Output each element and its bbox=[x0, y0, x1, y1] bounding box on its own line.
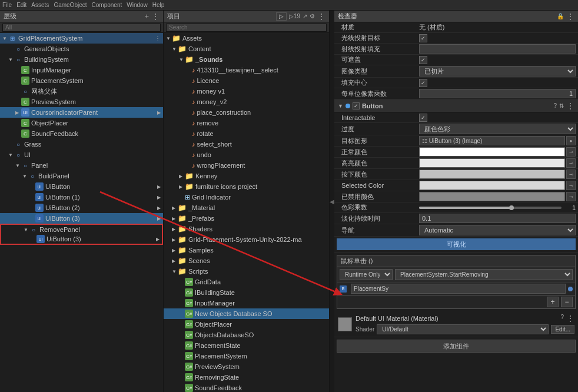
project-menu-icon[interactable]: ⋮ bbox=[317, 12, 325, 21]
project-item-kenney[interactable]: ▶ 📁 Kenney bbox=[164, 171, 329, 181]
disabled-color-picker[interactable]: ⊸ bbox=[566, 192, 576, 201]
project-item-previewsystem[interactable]: C# PreviewSystem bbox=[164, 361, 329, 372]
project-item-removingstate[interactable]: C# RemovingState bbox=[164, 372, 329, 383]
tree-item-cursor-indicator[interactable]: ▶ UI CoursorindicatorParent ▶ bbox=[0, 107, 163, 118]
project-item-inputmgr[interactable]: C# InputManager bbox=[164, 298, 329, 308]
project-item-placementsystem[interactable]: C# PlacementSystem bbox=[164, 351, 329, 361]
tree-item-object-placer[interactable]: C ObjectPlacer bbox=[0, 118, 163, 128]
project-icon2[interactable]: ⚙ bbox=[310, 13, 315, 19]
tree-item-placement-system[interactable]: C PlacementSystem bbox=[0, 75, 163, 86]
button-section-help-icon[interactable]: ? bbox=[553, 102, 557, 109]
material-help-icon[interactable]: ? bbox=[560, 314, 564, 323]
project-item-scenes[interactable]: ▶ 📁 Scenes bbox=[164, 255, 329, 266]
tree-item-ui-btn-2[interactable]: UI UiButton (2) ▶ bbox=[0, 202, 163, 213]
add-component-button[interactable]: 添加组件 bbox=[337, 340, 576, 353]
project-item-placementstate[interactable]: C# PlacementState bbox=[164, 340, 329, 351]
highlight-color-field[interactable] bbox=[419, 158, 565, 168]
tree-item-input-manager[interactable]: C InputManager bbox=[0, 65, 163, 75]
project-item-remove[interactable]: ♪ remove bbox=[164, 118, 329, 128]
project-item-grid-indicator[interactable]: ⊞ Grid Indicator bbox=[164, 192, 329, 202]
project-item-place-construction[interactable]: ♪ place_construction bbox=[164, 107, 329, 118]
tree-item-grid-body[interactable]: ○ 网格父体 bbox=[0, 86, 163, 97]
inspector-image-type-dropdown[interactable]: 已切片 bbox=[419, 66, 576, 77]
inspector-lock-icon[interactable]: 🔒 bbox=[557, 13, 564, 19]
inspector-menu-icon[interactable]: ⋮ bbox=[566, 12, 574, 21]
button-section-menu-icon[interactable]: ⋮ bbox=[566, 101, 574, 111]
material-shader-label: Shader bbox=[356, 326, 374, 333]
project-item-furniture[interactable]: ▶ 📁 furniture icons project bbox=[164, 181, 329, 192]
project-item-grid-system[interactable]: ▶ 📁 Grid-Placement-System-Unity-2022-ma bbox=[164, 234, 329, 245]
project-item-sounds[interactable]: ▼ 📁 _Sounds bbox=[164, 54, 329, 65]
project-item-objectplacer[interactable]: C# ObjectPlacer bbox=[164, 319, 329, 330]
button-section-header[interactable]: ▼ ✓ Button ? ⇅ ⋮ bbox=[334, 99, 578, 112]
project-item-rotate[interactable]: ♪ rotate bbox=[164, 128, 329, 139]
tree-item-panel[interactable]: ▼ ○ Panel bbox=[0, 160, 163, 171]
highlight-color-picker[interactable]: ⊸ bbox=[566, 158, 576, 168]
inspector-navigation-dropdown[interactable]: Automatic bbox=[419, 225, 576, 235]
project-item-undo[interactable]: ♪ undo bbox=[164, 150, 329, 160]
tree-item-remove-uibtn[interactable]: UI UiButton (3) ▶ bbox=[0, 234, 163, 245]
material-edit-button[interactable]: Edit... bbox=[551, 325, 574, 334]
button-section-enable-checkbox[interactable]: ✓ bbox=[353, 102, 360, 109]
material-shader-dropdown[interactable]: UI/Default bbox=[377, 324, 549, 334]
selected-color-field[interactable] bbox=[419, 181, 565, 190]
inspector-ppu-input[interactable] bbox=[419, 89, 576, 98]
tree-item-grid-placement[interactable]: ▼ ⊞ GridPlacementSystem ⋮ bbox=[0, 33, 163, 44]
project-item-money-v1[interactable]: ♪ money v1 bbox=[164, 86, 329, 97]
project-item-wrong-placement[interactable]: ♪ wrongPlacement bbox=[164, 160, 329, 171]
project-item-objdb[interactable]: C# ObjectsDatabaseSO bbox=[164, 330, 329, 340]
tree-item-remove-panel[interactable]: ▼ ○ RemovePanel bbox=[0, 224, 163, 234]
pressed-color-picker[interactable]: ⊸ bbox=[566, 170, 576, 179]
project-icon1[interactable]: ↗ bbox=[303, 13, 307, 19]
project-item-prefabs[interactable]: ▶ 📁 _Prefabs bbox=[164, 213, 329, 224]
pressed-color-field[interactable] bbox=[419, 170, 565, 179]
project-item-scripts[interactable]: ▼ 📁 Scripts bbox=[164, 266, 329, 277]
button-section-options-icon[interactable]: ⇅ bbox=[559, 102, 564, 109]
inspector-fade-duration-input[interactable] bbox=[419, 214, 576, 223]
project-item-ibuilding[interactable]: C# IBuildingState bbox=[164, 287, 329, 298]
inspector-maskable-checkbox[interactable]: ✓ bbox=[419, 56, 427, 64]
project-item-select-short[interactable]: ♪ select_short bbox=[164, 139, 329, 150]
inspector-interactable-checkbox[interactable]: ✓ bbox=[419, 114, 427, 122]
tree-item-ui-btn-1[interactable]: UI UiButton (1) ▶ bbox=[0, 192, 163, 202]
project-item-material[interactable]: ▶ 📁 _Material bbox=[164, 202, 329, 213]
normal-color-field[interactable] bbox=[419, 147, 565, 157]
tree-item-sound-feedback[interactable]: C SoundFeedback bbox=[0, 128, 163, 139]
onclick-add-button[interactable]: + bbox=[547, 297, 559, 307]
onclick-runtime-dropdown[interactable]: Runtime Only bbox=[340, 269, 393, 280]
tree-item-building-system[interactable]: ▼ ○ BuildingSystem bbox=[0, 54, 163, 65]
onclick-remove-button[interactable]: − bbox=[561, 297, 573, 307]
project-item-sound1[interactable]: ♪ 413310__tieswijnen__select bbox=[164, 65, 329, 75]
project-item-new-objects-db[interactable]: C# New Objects Database SO bbox=[164, 308, 329, 319]
project-item-soundfeedback[interactable]: C# SoundFeedback bbox=[164, 383, 329, 392]
project-item-content[interactable]: ▼ 📁 Content bbox=[164, 44, 329, 54]
tree-item-ui-btn-3[interactable]: UI UiButton (3) ▶ bbox=[0, 213, 163, 224]
project-item-licence[interactable]: ♪ Licence bbox=[164, 75, 329, 86]
project-item-money-v2[interactable]: ♪ money_v2 bbox=[164, 97, 329, 107]
onclick-method-dropdown[interactable]: PlacementSystem.StartRemoving bbox=[395, 269, 573, 280]
material-menu-icon[interactable]: ⋮ bbox=[566, 314, 574, 323]
tree-item-general-objects[interactable]: ○ GeneralObjects bbox=[0, 44, 163, 54]
disabled-color-field[interactable] bbox=[419, 192, 565, 201]
visualize-button[interactable]: 可视化 bbox=[337, 238, 576, 250]
project-item-shaders[interactable]: ▶ 📁 Shaders bbox=[164, 224, 329, 234]
inspector-target-graphic-picker[interactable]: ● bbox=[566, 136, 576, 145]
project-label: Shaders bbox=[188, 225, 212, 232]
tree-item-build-panel[interactable]: ▼ ○ BuildPanel bbox=[0, 171, 163, 181]
project-item-assets[interactable]: ▼ 📁 Assets bbox=[164, 33, 329, 44]
inspector-raycast-checkbox[interactable]: ✓ bbox=[419, 34, 427, 42]
project-search-input[interactable] bbox=[166, 24, 327, 32]
project-item-grid-data[interactable]: C# GridData bbox=[164, 277, 329, 287]
tree-item-ui-btn[interactable]: UI UiButton ▶ bbox=[0, 181, 163, 192]
normal-color-picker[interactable]: ⊸ bbox=[566, 147, 576, 157]
tree-item-ui[interactable]: ▼ ○ UI bbox=[0, 150, 163, 160]
hierarchy-search-input[interactable] bbox=[2, 24, 161, 32]
inspector-transition-dropdown[interactable]: 颜色色彩 bbox=[419, 124, 576, 134]
selected-color-picker[interactable]: ⊸ bbox=[566, 181, 576, 190]
tree-item-preview-system[interactable]: C PreviewSystem bbox=[0, 97, 163, 107]
tree-item-grass[interactable]: ○ Grass bbox=[0, 139, 163, 150]
project-item-samples[interactable]: ▶ 📁 Samples bbox=[164, 245, 329, 255]
hierarchy-add-icon[interactable]: + bbox=[144, 12, 149, 21]
inspector-fill-center-checkbox[interactable]: ✓ bbox=[419, 79, 427, 87]
hierarchy-menu-icon[interactable]: ⋮ bbox=[151, 12, 160, 21]
